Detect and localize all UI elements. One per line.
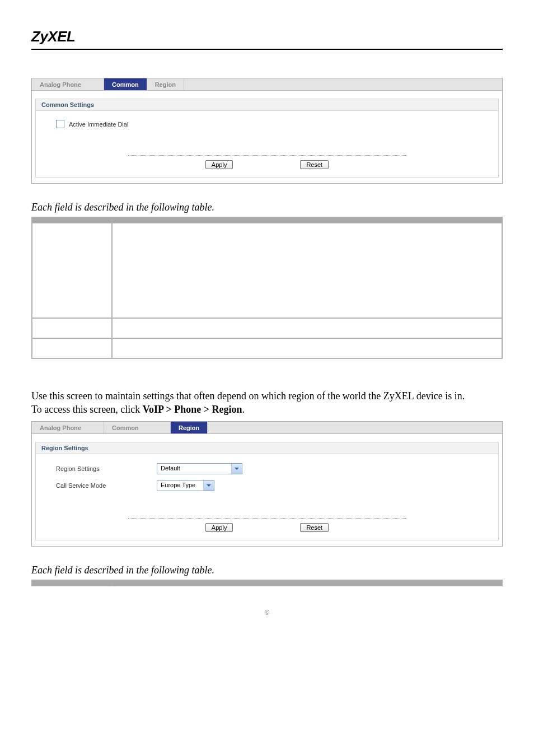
panel-title: Region Settings: [36, 442, 498, 454]
active-immediate-dial-label: Active Immediate Dial: [69, 121, 128, 128]
region-settings-select[interactable]: Default: [157, 463, 242, 474]
table1-header-desc: [112, 217, 502, 223]
call-service-mode-label: Call Service Mode: [56, 482, 157, 489]
table-row: [32, 338, 502, 358]
tab-region[interactable]: Region: [147, 78, 184, 90]
page-header: ZyXEL: [31, 28, 503, 50]
panel-title: Common Settings: [36, 99, 498, 111]
table-row: [32, 223, 502, 318]
region-settings-label: Region Settings: [56, 465, 157, 472]
tab-bar: Analog Phone Common Region: [32, 422, 502, 434]
chevron-down-icon: [231, 464, 242, 474]
active-immediate-dial-row: Active Immediate Dial: [56, 120, 484, 128]
call-service-mode-row: Call Service Mode Europe Type: [56, 480, 484, 491]
table1-header-label: [32, 217, 112, 223]
call-service-mode-select[interactable]: Europe Type: [157, 480, 214, 491]
table1: [31, 217, 503, 359]
table1-caption: Each field is described in the following…: [31, 202, 503, 213]
active-immediate-dial-checkbox[interactable]: [56, 120, 64, 128]
table2-caption: Each field is described in the following…: [31, 564, 503, 576]
region-panel: Region Settings Region Settings Default …: [35, 442, 499, 540]
tab-common[interactable]: Common: [104, 422, 171, 433]
tab-analog-phone[interactable]: Analog Phone: [32, 422, 104, 433]
table2-header-desc: [112, 580, 502, 586]
brand-logo: ZyXEL: [31, 28, 75, 45]
reset-button[interactable]: Reset: [300, 523, 329, 532]
apply-button[interactable]: Apply: [205, 160, 233, 169]
footer-copyright: ©: [31, 609, 503, 617]
chevron-down-icon: [203, 480, 214, 491]
common-screenshot: Analog Phone Common Region Common Settin…: [31, 78, 503, 184]
reset-button[interactable]: Reset: [300, 160, 329, 169]
table-row: [32, 318, 502, 338]
table2-header-label: [32, 580, 112, 586]
tab-common[interactable]: Common: [104, 78, 147, 90]
tab-region[interactable]: Region: [171, 422, 208, 433]
region-screenshot: Analog Phone Common Region Region Settin…: [31, 421, 503, 547]
separator: [128, 155, 406, 156]
table2: [31, 580, 503, 586]
common-panel: Common Settings Active Immediate Dial Ap…: [35, 99, 499, 178]
tab-bar: Analog Phone Common Region: [32, 78, 502, 91]
region-intro-text: Use this screen to maintain settings tha…: [31, 389, 503, 417]
region-settings-row: Region Settings Default: [56, 463, 484, 474]
apply-button[interactable]: Apply: [205, 523, 233, 532]
tab-analog-phone[interactable]: Analog Phone: [32, 78, 104, 90]
separator: [128, 518, 406, 519]
